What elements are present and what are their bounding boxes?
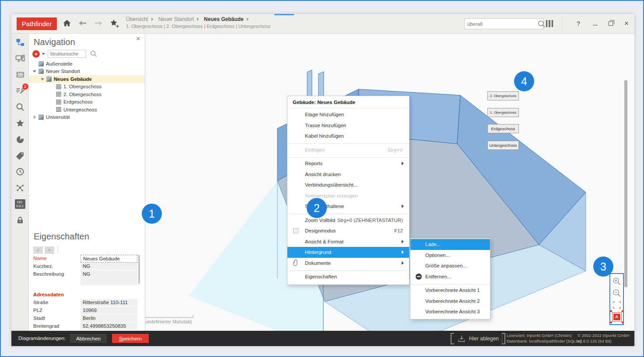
zoom-out-icon[interactable] xyxy=(612,288,622,298)
property-row: Straße Ritterstraße 110-111 xyxy=(33,299,137,307)
breadcrumb-floors[interactable]: 1. Obergeschoss | 2. Obergeschoss | Erdg… xyxy=(126,24,270,29)
tree-item[interactable]: 1. Obergeschoss xyxy=(29,83,145,91)
menu-item[interactable]: Größe anpassen... xyxy=(410,260,490,271)
version-line: v3.8.0.126 (64 Bit) xyxy=(578,338,630,344)
floor-button[interactable]: Untergeschoss xyxy=(487,141,519,150)
breadcrumb-item-current[interactable]: Neues Gebäude xyxy=(204,16,244,22)
search-input[interactable] xyxy=(465,21,537,27)
expander-icon[interactable] xyxy=(49,107,56,112)
structure-search-icon[interactable] xyxy=(90,50,98,58)
menu-item[interactable]: Etage hinzufügen xyxy=(287,109,409,120)
annotation-badge: 1 xyxy=(142,204,162,224)
expander-icon[interactable] xyxy=(32,69,38,74)
add-favorite-icon[interactable] xyxy=(109,18,120,29)
diagram-changes-label: Diagramänderungen: xyxy=(18,336,66,341)
lock-icon[interactable] xyxy=(15,215,25,225)
diagram-canvas[interactable]: 2. Obergeschoss 1. Obergeschoss Erdgesch… xyxy=(145,34,634,331)
tag-icon[interactable] xyxy=(15,150,25,161)
add-node-button[interactable]: + xyxy=(32,50,40,58)
tools-icon[interactable]: 2 xyxy=(15,86,25,96)
menu-item[interactable]: Ansicht drucken xyxy=(287,169,409,180)
menu-item[interactable]: Reports xyxy=(287,158,409,169)
forward-icon[interactable] xyxy=(94,18,104,29)
tree-node-icon xyxy=(56,84,61,89)
menu-item[interactable]: Vorberechnete Ansicht 2 xyxy=(410,296,490,307)
menu-item[interactable]: Designmodus F12 xyxy=(287,225,409,236)
ip-address-icon[interactable]: 192.0.0.1 xyxy=(15,199,25,209)
zoom-toolbar: A xyxy=(609,273,624,325)
menu-item[interactable]: Trasse hinzufügen xyxy=(287,120,409,131)
menu-item[interactable]: Verbindungsübersicht... xyxy=(287,180,409,191)
zoom-in-icon[interactable] xyxy=(612,277,622,286)
menu-item[interactable]: Optionen... xyxy=(410,250,490,261)
tree-node-icon xyxy=(38,114,44,120)
floor-button[interactable]: Erdgeschoss xyxy=(487,124,519,133)
tree-item[interactable]: Untergeschoss xyxy=(29,106,145,114)
menu-item[interactable]: Lade... xyxy=(410,239,490,250)
menu-item[interactable]: Suche enthaltene xyxy=(287,201,409,212)
search-icon[interactable] xyxy=(537,20,546,28)
tree-item[interactable]: 2. Obergeschoss xyxy=(29,90,145,98)
menu-item[interactable]: Einfügen Strg+V xyxy=(287,145,409,156)
menu-item[interactable]: Vorberechnete Ansicht 3 xyxy=(410,306,490,317)
expander-icon[interactable] xyxy=(32,61,38,66)
restore-button[interactable] xyxy=(606,18,616,29)
home-icon[interactable] xyxy=(62,18,73,29)
menu-item[interactable]: Zoom Vollbild Strg+0 (ZEHNERTASTATUR) xyxy=(287,215,409,226)
discard-icon[interactable]: × xyxy=(45,246,54,254)
drop-zone[interactable]: Hier ablegen xyxy=(451,333,505,344)
tree-item[interactable]: Erdgeschoss xyxy=(29,98,145,106)
menu-item[interactable] xyxy=(287,155,409,158)
floor-button[interactable]: 1. Obergeschoss xyxy=(487,108,519,117)
back-icon[interactable] xyxy=(78,18,88,29)
save-button[interactable]: Speichern xyxy=(112,334,149,343)
menu-item[interactable] xyxy=(287,212,409,215)
close-panel-icon[interactable]: ✕ xyxy=(136,35,140,42)
menu-item[interactable]: Hintergrund xyxy=(287,247,409,258)
expander-icon[interactable] xyxy=(49,99,56,104)
breadcrumb-item[interactable]: Neuer Standort xyxy=(158,16,194,22)
network-icon[interactable] xyxy=(15,183,25,193)
cancel-button[interactable]: Abbrechen xyxy=(70,334,107,343)
menu-item[interactable]: Entfernen... xyxy=(410,271,490,282)
text-annotation-icon[interactable]: A xyxy=(612,312,622,322)
pie-chart-icon[interactable] xyxy=(15,134,25,145)
structure-search-input[interactable] xyxy=(48,50,86,58)
menu-item[interactable]: Eigenschaften xyxy=(287,271,409,282)
properties-scrollbar[interactable] xyxy=(138,255,140,284)
tree-node-icon xyxy=(56,100,61,104)
minimize-button[interactable] xyxy=(590,18,600,29)
menu-item[interactable] xyxy=(287,142,409,145)
apply-icon[interactable]: ✓ xyxy=(33,246,43,254)
expander-icon[interactable] xyxy=(49,92,56,97)
menu-item[interactable] xyxy=(410,282,490,285)
favorites-icon[interactable] xyxy=(15,118,25,128)
expander-icon[interactable] xyxy=(49,84,56,89)
floor-button[interactable]: 2. Obergeschoss xyxy=(487,91,519,101)
topology-icon[interactable] xyxy=(15,37,25,48)
workstation-icon[interactable] xyxy=(15,53,25,64)
canvas-scrollbar[interactable] xyxy=(624,80,627,287)
close-button[interactable]: × xyxy=(621,18,632,29)
expander-icon[interactable] xyxy=(39,76,46,82)
barcode-scan-icon[interactable] xyxy=(546,20,553,27)
app-logo[interactable]: Pathfinder xyxy=(17,17,57,30)
history-icon[interactable] xyxy=(15,166,25,177)
tree-item[interactable]: Neues Gebäude xyxy=(29,75,145,83)
tree-item[interactable]: Neuer Standort xyxy=(29,68,145,76)
expander-icon[interactable] xyxy=(32,114,38,120)
menu-item[interactable]: Ansicht & Format xyxy=(287,236,409,247)
breadcrumb-item[interactable]: Übersicht xyxy=(126,16,148,22)
menu-item[interactable] xyxy=(287,268,409,271)
menu-item[interactable]: Netzwerkplan erzeugen xyxy=(287,191,409,201)
help-button[interactable]: ? xyxy=(573,18,584,29)
tree-item[interactable]: Außenstelle xyxy=(29,60,145,68)
tree-item[interactable]: Universität xyxy=(29,114,145,121)
fit-view-icon[interactable] xyxy=(612,300,622,310)
patch-panel-icon[interactable] xyxy=(15,69,25,80)
menu-item[interactable]: Dokumente xyxy=(287,258,409,269)
add-node-dropdown-icon[interactable] xyxy=(42,53,45,57)
menu-item[interactable]: Vorberechnete Ansicht 1 xyxy=(410,285,490,296)
search-icon[interactable] xyxy=(15,102,25,112)
menu-item[interactable]: Kabel hinzufügen xyxy=(287,131,409,142)
